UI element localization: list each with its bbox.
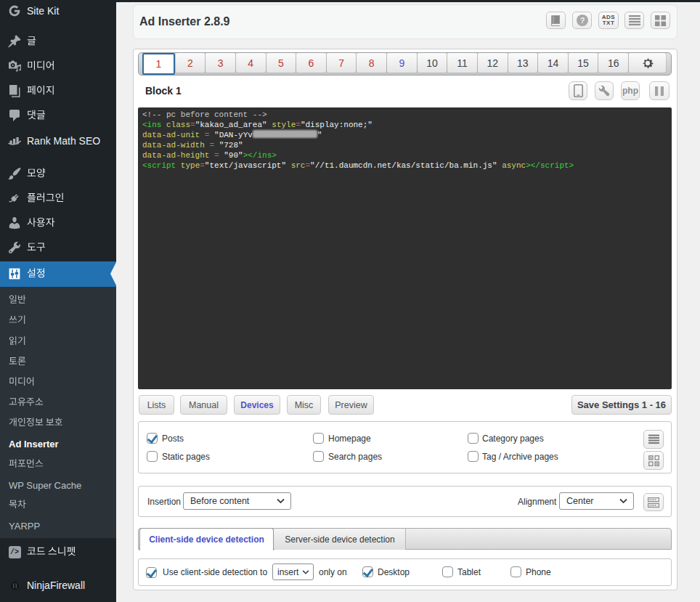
svg-text:?: ? (579, 16, 585, 25)
